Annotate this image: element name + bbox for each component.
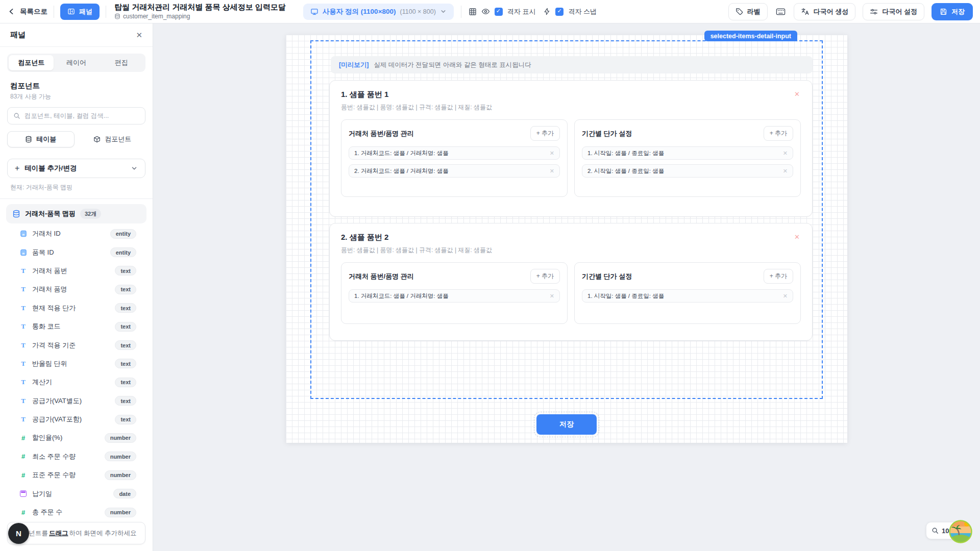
remove-row-icon[interactable]: ✕ [550,150,554,157]
field-name: 현재 적용 단가 [32,304,76,313]
add-table-dropdown[interactable]: + 테이블 추가/변경 [7,159,145,178]
viewport-label: 사용자 정의 (1100×800) [323,7,396,16]
remove-item-icon[interactable]: ✕ [793,233,801,241]
table-group-header[interactable]: 거래처-품목 맵핑 32개 [6,204,146,223]
field-row[interactable]: T 거래처 품번 text [7,262,145,280]
list-item: 2. 거래처코드: 샘플 / 거래처명: 샘플 ✕ [349,164,560,178]
remove-row-icon[interactable]: ✕ [783,293,788,299]
grid-show-checkbox[interactable] [495,8,503,16]
panel-sidebar: 패널 ✕ 컴포넌트 레이어 편집 컴포넌트 83개 사용 가능 테이블 컴포넌트 [0,23,153,551]
components-count: 83개 사용 가능 [10,92,142,101]
i18n-settings-button[interactable]: 다국어 설정 [863,3,924,20]
page-title: 탑씰 거래처관리 거래처별 품목 상세정보 입력모달 [114,3,286,12]
add-row-button[interactable]: + 추가 [764,269,793,284]
field-row[interactable]: # 표준 주문 수량 number [7,466,145,484]
text-field-icon: T [19,285,27,293]
period-price-panel: 기간별 단가 설정 + 추가 1. 시작일: 샘플 / 종료일: 샘플 ✕ [574,262,801,324]
field-row[interactable]: 납기일 date [7,484,145,503]
design-canvas[interactable]: selected-items-detail-input [미리보기] 실제 데이… [286,35,847,443]
cube-icon [93,136,101,143]
canvas-save-button[interactable]: 저장 [536,414,597,435]
current-table-label: 현재: 거래처-품목 맵핑 [10,183,142,192]
preview-banner: [미리보기] 실제 데이터가 전달되면 아래와 같은 형태로 표시됩니다 [331,56,813,73]
chevron-down-icon [440,8,447,15]
tab-components[interactable]: 컴포넌트 [9,55,54,70]
field-row[interactable]: T 현재 적용 단가 text [7,299,145,317]
remove-row-icon[interactable]: ✕ [550,293,554,299]
item-card-subtitle: 품번: 샘플값 | 품명: 샘플값 | 규격: 샘플값 | 재질: 샘플값 [341,246,801,255]
i18n-generate-button[interactable]: 다국어 생성 [794,3,856,20]
remove-row-icon[interactable]: ✕ [550,168,554,174]
preview-tag: [미리보기] [339,61,369,69]
sample-item-card-2: 2. 샘플 품번 2 ✕ 품번: 샘플값 | 품명: 샘플값 | 규격: 샘플값… [329,223,813,341]
field-name: 가격 적용 기준 [32,341,76,350]
database-icon [12,210,20,218]
field-row[interactable]: T 반올림 단위 text [7,355,145,373]
field-row[interactable]: 품목 ID entity [7,243,145,261]
viewport-size-dropdown[interactable]: 사용자 정의 (1100×800) (1100 × 800) [303,4,454,20]
number-field-icon: # [19,453,27,460]
remove-item-icon[interactable]: ✕ [793,90,801,98]
lightning-icon [543,8,551,15]
panel-left-icon [67,8,75,15]
field-row[interactable]: # 할인율(%) number [7,429,145,447]
field-type-badge: number [105,452,136,461]
toggle-tables[interactable]: 테이블 [7,131,75,147]
field-name: 공급가(VAT별도) [32,396,82,406]
grid-snap-label: 격자 스냅 [568,7,597,16]
field-row[interactable]: T 공급가(VAT별도) text [7,392,145,410]
add-row-button[interactable]: + 추가 [530,269,560,284]
field-name: 표준 주문 수량 [32,470,76,480]
list-item: 1. 거래처코드: 샘플 / 거래처명: 샘플 ✕ [349,289,560,303]
panel-title: 패널 [10,30,26,40]
field-row[interactable]: T 거래처 품명 text [7,280,145,298]
remove-row-icon[interactable]: ✕ [783,150,788,157]
list-item: 1. 거래처코드: 샘플 / 거래처명: 샘플 ✕ [349,146,560,160]
avatar[interactable]: N [8,523,29,544]
text-field-icon: T [19,341,27,349]
field-type-badge: entity [110,247,136,257]
item-card-subtitle: 품번: 샘플값 | 품명: 샘플값 | 규격: 샘플값 | 재질: 샘플값 [341,103,801,112]
panel-toggle-button[interactable]: 패널 [60,4,100,20]
top-toolbar: 목록으로 패널 탑씰 거래처관리 거래처별 품목 상세정보 입력모달 custo… [0,0,980,23]
vendor-codes-panel: 거래처 품번/품명 관리 + 추가 1. 거래처코드: 샘플 / 거래처명: 샘… [341,119,568,197]
save-disk-icon [940,8,947,15]
back-to-list-button[interactable]: 목록으로 [7,7,47,16]
search-input[interactable] [24,112,139,119]
back-label: 목록으로 [20,7,47,16]
number-field-icon: # [19,509,27,516]
monitor-icon [310,8,318,16]
table-group-name: 거래처-품목 맵핑 [25,209,76,218]
field-row[interactable]: T 통화 코드 text [7,317,145,336]
add-row-button[interactable]: + 추가 [764,126,793,141]
text-field-icon: T [19,304,27,312]
label-button[interactable]: 라벨 [728,3,768,20]
field-row[interactable]: # 총 주문 수 number [7,503,145,521]
panel-tab-bar: 컴포넌트 레이어 편집 [7,54,145,72]
grid-snap-checkbox[interactable] [555,8,564,16]
component-search[interactable] [7,107,145,124]
sliders-icon [870,8,878,16]
remove-row-icon[interactable]: ✕ [783,168,788,174]
search-icon [13,112,20,119]
field-type-badge: text [115,285,136,294]
field-row[interactable]: T 공급가(VAT포함) text [7,410,145,429]
field-row[interactable]: T 계산기 text [7,373,145,391]
close-icon[interactable]: ✕ [136,31,142,40]
tab-edit[interactable]: 편집 [99,55,144,70]
tab-layers[interactable]: 레이어 [54,55,99,70]
field-name: 납기일 [32,489,52,498]
island-emoji-badge[interactable] [948,519,973,544]
selection-tooltip: selected-items-detail-input [704,31,797,41]
field-row[interactable]: # 최소 주문 수량 number [7,447,145,466]
field-row[interactable]: 거래처 ID entity [7,224,145,243]
field-name: 계산기 [32,378,52,387]
save-button[interactable]: 저장 [932,3,973,20]
database-icon [114,13,120,19]
keyboard-shortcuts-button[interactable] [775,7,787,17]
toggle-components[interactable]: 컴포넌트 [80,131,146,147]
add-row-button[interactable]: + 추가 [530,126,560,141]
field-row[interactable]: T 가격 적용 기준 text [7,336,145,354]
field-list: 거래처 ID entity 품목 ID entity T 거래처 품번 text… [7,224,145,521]
item-card-title: 1. 샘플 품번 1 [341,90,388,99]
